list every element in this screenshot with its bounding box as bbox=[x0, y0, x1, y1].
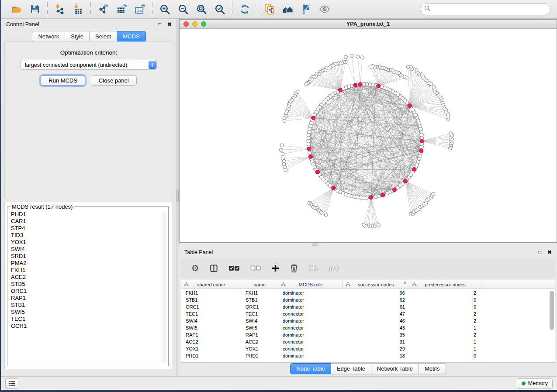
graph-node[interactable] bbox=[344, 55, 348, 59]
graph-node[interactable] bbox=[308, 151, 311, 155]
split-panel-icon[interactable] bbox=[210, 262, 218, 274]
graph-hub-node[interactable] bbox=[332, 186, 336, 190]
result-item[interactable]: ORC1 bbox=[11, 288, 158, 295]
float-panel-icon[interactable]: □ bbox=[158, 21, 161, 28]
column-header-MCDS-role[interactable]: MCDS role bbox=[278, 280, 343, 289]
horizontal-splitter[interactable] bbox=[179, 243, 557, 247]
graph-node[interactable] bbox=[279, 148, 283, 151]
graph-hub-node[interactable] bbox=[381, 193, 385, 197]
select-all-rows-icon[interactable] bbox=[228, 262, 240, 274]
splitter-grip[interactable] bbox=[311, 244, 318, 246]
tab-select[interactable]: Select bbox=[90, 31, 117, 42]
result-item[interactable]: PHD1 bbox=[11, 211, 158, 218]
memory-button[interactable]: Memory bbox=[517, 378, 553, 389]
graph-hub-node[interactable] bbox=[315, 170, 319, 174]
zoom-selected-icon[interactable] bbox=[213, 2, 227, 16]
graph-hub-node[interactable] bbox=[408, 104, 412, 108]
graph-hub-node[interactable] bbox=[307, 147, 311, 151]
column-header-predecessor-nodes[interactable]: predecessor nodes bbox=[409, 280, 481, 289]
graph-hub-node[interactable] bbox=[369, 196, 373, 199]
graph-node[interactable] bbox=[449, 132, 453, 135]
column-header-shared-name[interactable]: shared name bbox=[181, 280, 241, 289]
column-settings-icon[interactable]: ⚙ bbox=[191, 262, 199, 274]
tab-style[interactable]: Style bbox=[65, 31, 90, 42]
vertical-splitter[interactable] bbox=[176, 19, 179, 376]
table-row[interactable]: RAP1RAP1dominator352 bbox=[181, 331, 549, 338]
graph-hub-node[interactable] bbox=[419, 149, 423, 153]
graph-hub-node[interactable] bbox=[353, 83, 357, 87]
table-row[interactable]: ACE2ACE2connector311 bbox=[181, 338, 549, 345]
graph-node[interactable] bbox=[329, 184, 332, 187]
tab-edge-table[interactable]: Edge Table bbox=[331, 363, 371, 374]
result-item[interactable]: FKH1 bbox=[11, 267, 158, 274]
graph-hub-node[interactable] bbox=[338, 88, 342, 92]
graph-node[interactable] bbox=[356, 55, 360, 58]
table-row[interactable]: PHD1PHD1dominator180 bbox=[181, 352, 549, 359]
add-column-icon[interactable] bbox=[271, 262, 280, 274]
result-item[interactable]: RAP1 bbox=[11, 295, 158, 302]
network-window-titlebar[interactable]: YPA_prune.txt_1 bbox=[180, 20, 557, 29]
result-item[interactable]: STP4 bbox=[11, 225, 158, 232]
result-item[interactable]: YOX1 bbox=[11, 239, 158, 246]
graph-hub-node[interactable] bbox=[412, 167, 416, 171]
open-file-icon[interactable] bbox=[10, 2, 24, 16]
result-item[interactable]: TEC1 bbox=[11, 316, 158, 323]
table-row[interactable]: ORC1ORC1dominator610 bbox=[181, 303, 549, 310]
close-window-icon[interactable] bbox=[183, 21, 189, 27]
result-item[interactable]: GCR1 bbox=[11, 323, 158, 330]
run-mcds-button[interactable]: Run MCDS bbox=[41, 76, 85, 86]
result-item[interactable]: TID3 bbox=[11, 232, 158, 239]
zoom-out-icon[interactable] bbox=[176, 2, 190, 16]
graph-node[interactable] bbox=[377, 224, 381, 227]
export-table-icon[interactable] bbox=[114, 2, 128, 16]
column-header-name[interactable]: name bbox=[241, 280, 278, 289]
graph-hub-node[interactable] bbox=[358, 83, 362, 86]
result-item[interactable]: CAR1 bbox=[11, 218, 158, 225]
graph-hub-node[interactable] bbox=[403, 179, 407, 183]
table-row[interactable]: SWI4SWI4dominator462 bbox=[181, 317, 549, 324]
minimize-window-icon[interactable] bbox=[192, 21, 197, 27]
close-panel-icon[interactable]: ✖ bbox=[167, 21, 172, 28]
graph-node[interactable] bbox=[350, 54, 353, 58]
graph-hub-node[interactable] bbox=[308, 155, 312, 158]
table-scrollbar[interactable] bbox=[550, 291, 554, 330]
refresh-icon[interactable] bbox=[238, 2, 252, 16]
clone-network-icon[interactable] bbox=[263, 2, 277, 16]
close-panel-button[interactable]: Close panel bbox=[91, 76, 137, 86]
table-row[interactable]: SWI5SWI5connector431 bbox=[181, 324, 549, 331]
result-item[interactable]: STB1 bbox=[11, 302, 158, 309]
import-table-icon[interactable] bbox=[71, 2, 85, 16]
close-panel-icon[interactable]: ✖ bbox=[547, 249, 552, 255]
graph-hub-node[interactable] bbox=[377, 84, 381, 88]
result-item[interactable]: ACE2 bbox=[11, 274, 158, 281]
graph-node[interactable] bbox=[304, 83, 308, 86]
graphics-details-icon[interactable] bbox=[299, 2, 313, 16]
graph-node[interactable] bbox=[284, 168, 287, 172]
result-item[interactable]: SWI5 bbox=[11, 309, 158, 316]
graph-node[interactable] bbox=[360, 56, 364, 59]
table-row[interactable]: YOX1YOX1connector291 bbox=[181, 345, 549, 352]
deselect-all-rows-icon[interactable] bbox=[250, 262, 261, 274]
graph-node[interactable] bbox=[280, 144, 284, 147]
tab-network[interactable]: Network bbox=[32, 31, 65, 42]
graph-node[interactable] bbox=[377, 194, 381, 198]
table-row[interactable]: TEC1TEC1connector472 bbox=[181, 310, 549, 317]
zoom-fit-icon[interactable] bbox=[194, 2, 208, 16]
search-input[interactable] bbox=[433, 6, 547, 13]
delete-column-icon[interactable] bbox=[290, 262, 298, 274]
graph-hub-node[interactable] bbox=[392, 188, 396, 192]
tab-network-table[interactable]: Network Table bbox=[371, 363, 419, 374]
graph-hub-node[interactable] bbox=[420, 139, 424, 143]
result-item[interactable]: SWI4 bbox=[11, 246, 158, 253]
criterion-select[interactable]: largest connected component (undirected)… bbox=[21, 60, 157, 70]
search-box[interactable] bbox=[420, 3, 551, 15]
maximize-window-icon[interactable] bbox=[201, 21, 206, 27]
zoom-in-icon[interactable] bbox=[158, 2, 172, 16]
tab-mcds[interactable]: MCDS bbox=[117, 31, 145, 42]
result-item[interactable]: STB5 bbox=[11, 281, 158, 288]
graph-node[interactable] bbox=[406, 65, 410, 69]
network-canvas[interactable] bbox=[180, 29, 557, 242]
graph-node[interactable] bbox=[281, 152, 284, 156]
table-row[interactable]: STB1STB1dominator620 bbox=[181, 296, 549, 303]
log-console-button[interactable] bbox=[5, 378, 18, 389]
